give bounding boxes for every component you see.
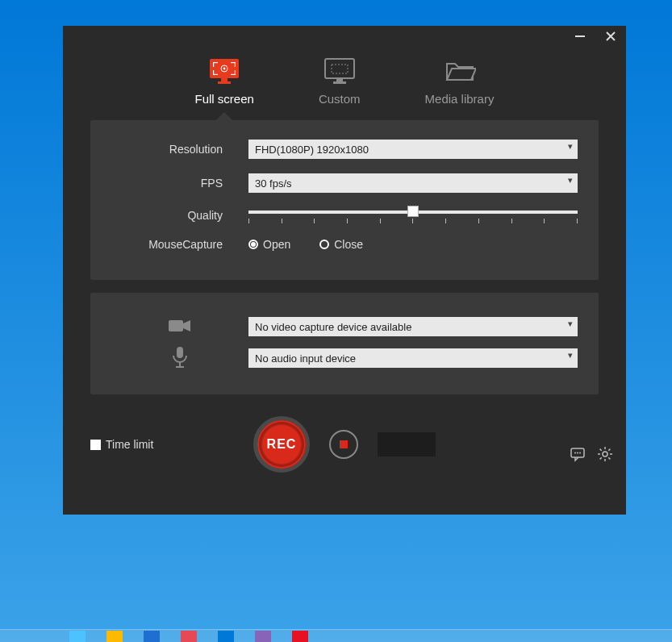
stop-button[interactable] — [329, 430, 358, 459]
feedback-icon[interactable] — [570, 446, 586, 465]
video-device-dropdown[interactable]: No video capture device available — [248, 317, 578, 336]
monitor-custom-icon — [323, 58, 356, 84]
svg-rect-17 — [332, 65, 348, 73]
time-limit-checkbox[interactable]: Time limit — [90, 438, 153, 451]
audio-device-dropdown[interactable]: No audio input device — [248, 348, 578, 368]
svg-rect-7 — [213, 62, 214, 67]
desktop-taskbar[interactable] — [0, 629, 672, 642]
capture-settings-panel: Resolution FHD(1080P) 1920x1080 FPS 30 f… — [90, 120, 599, 280]
monitor-record-icon — [208, 58, 240, 84]
radio-label: Open — [263, 238, 290, 251]
record-label: REC — [267, 437, 297, 452]
audio-device-row: No audio input device — [111, 346, 578, 370]
mousecapture-radio-group: Open Close — [248, 238, 578, 251]
svg-rect-11 — [213, 70, 214, 75]
svg-point-27 — [579, 452, 581, 454]
mousecapture-label: MouseCapture — [111, 238, 248, 251]
svg-rect-9 — [235, 62, 236, 67]
radio-label: Close — [334, 238, 363, 251]
tab-custom[interactable]: Custom — [319, 58, 361, 106]
stop-square-icon — [340, 440, 348, 448]
minimize-button[interactable] — [574, 31, 586, 44]
devices-panel: No video capture device available No aud… — [90, 293, 599, 394]
close-button[interactable] — [605, 31, 616, 44]
mousecapture-row: MouseCapture Open Close — [111, 238, 578, 251]
fps-row: FPS 30 fps/s — [111, 173, 578, 193]
checkbox-icon — [90, 440, 101, 450]
quality-row: Quality — [111, 207, 578, 223]
titlebar — [63, 26, 626, 48]
radio-checked-icon — [248, 240, 258, 249]
fps-dropdown[interactable]: 30 fps/s — [248, 173, 578, 193]
video-device-row: No video capture device available — [111, 317, 578, 336]
svg-point-28 — [603, 452, 607, 456]
svg-point-25 — [574, 452, 576, 454]
svg-rect-14 — [221, 78, 227, 81]
slider-thumb[interactable] — [407, 206, 419, 217]
audio-device-value: No audio input device — [255, 352, 356, 365]
camera-icon — [111, 317, 248, 336]
video-device-value: No video capture device available — [255, 321, 411, 333]
corner-actions — [570, 446, 613, 465]
svg-line-33 — [600, 449, 602, 451]
fps-value: 30 fps/s — [255, 177, 292, 190]
svg-point-5 — [223, 68, 226, 70]
svg-point-26 — [577, 452, 578, 454]
quality-slider[interactable] — [248, 207, 578, 223]
fps-label: FPS — [111, 177, 248, 190]
folder-icon — [444, 58, 476, 84]
microphone-icon — [111, 346, 248, 370]
tab-label: Custom — [319, 92, 361, 106]
time-limit-label: Time limit — [106, 438, 153, 451]
record-button[interactable]: REC — [253, 416, 310, 473]
tab-label: Full screen — [195, 92, 254, 106]
resolution-label: Resolution — [111, 143, 248, 156]
svg-rect-19 — [333, 81, 346, 84]
timer-display — [378, 432, 436, 456]
mousecapture-close-radio[interactable]: Close — [319, 238, 363, 251]
svg-line-34 — [608, 457, 610, 459]
svg-rect-20 — [169, 320, 183, 331]
svg-line-36 — [608, 449, 610, 451]
svg-rect-16 — [325, 59, 354, 78]
svg-rect-21 — [177, 347, 183, 358]
tab-media-library[interactable]: Media library — [425, 58, 495, 106]
svg-line-35 — [600, 457, 602, 459]
mode-tabs: Full screen Custom Media library — [63, 48, 626, 120]
resolution-dropdown[interactable]: FHD(1080P) 1920x1080 — [248, 140, 578, 159]
slider-track — [248, 211, 578, 214]
record-controls: REC — [253, 416, 436, 473]
resolution-row: Resolution FHD(1080P) 1920x1080 — [111, 140, 578, 159]
settings-gear-icon[interactable] — [597, 446, 613, 465]
mousecapture-open-radio[interactable]: Open — [248, 238, 290, 251]
radio-unchecked-icon — [319, 240, 329, 249]
tab-full-screen[interactable]: Full screen — [195, 58, 254, 106]
svg-rect-18 — [336, 78, 343, 81]
slider-ticks — [248, 219, 578, 223]
bottom-bar: Time limit REC — [63, 407, 626, 475]
resolution-value: FHD(1080P) 1920x1080 — [255, 144, 369, 156]
svg-rect-15 — [218, 81, 231, 84]
svg-rect-13 — [235, 70, 236, 75]
quality-label: Quality — [111, 209, 248, 222]
recorder-window: Full screen Custom Media library — [63, 26, 626, 515]
tab-label: Media library — [425, 92, 495, 106]
